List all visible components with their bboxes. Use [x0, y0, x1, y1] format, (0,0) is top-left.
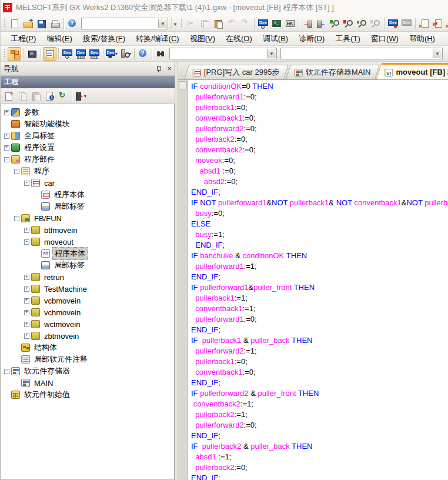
- tree-item-程序部件[interactable]: -程序部件: [1, 154, 174, 165]
- menu-item-5[interactable]: 在线(O): [220, 32, 258, 46]
- menu-item-3[interactable]: 转换/编译(C): [131, 32, 185, 46]
- expand-icon[interactable]: +: [24, 228, 29, 233]
- monitor-stop-button[interactable]: [342, 16, 355, 30]
- navigation-window-toggle-button[interactable]: [8, 47, 21, 61]
- tree-item-retrun[interactable]: +retrun: [1, 271, 174, 283]
- collapse-icon[interactable]: -: [4, 157, 9, 162]
- chevron-down-icon[interactable]: ▼: [158, 19, 167, 28]
- data-property-button[interactable]: [43, 89, 56, 103]
- tree-item-vcbmovein[interactable]: +vcbmovein: [1, 295, 174, 306]
- tree-item-参数[interactable]: +参数: [1, 106, 174, 118]
- tree-item-vchmovein[interactable]: +vchmovein: [1, 306, 174, 318]
- refresh-button[interactable]: [56, 89, 70, 103]
- device-list-button[interactable]: [74, 47, 88, 61]
- collapse-icon[interactable]: -: [24, 239, 29, 245]
- project-selector-combobox[interactable]: ▼: [81, 18, 168, 29]
- read-from-plc-button[interactable]: [315, 16, 328, 30]
- tree-item-程序[interactable]: -程序: [1, 165, 174, 177]
- cross-reference-button[interactable]: [154, 47, 168, 61]
- pin-icon[interactable]: [155, 65, 162, 72]
- paste-button[interactable]: [212, 16, 225, 30]
- menu-item-9[interactable]: 窗口(W): [366, 32, 404, 46]
- expand-icon[interactable]: +: [24, 298, 29, 304]
- project-tree[interactable]: +参数智能功能模块+全局标签+程序设置-程序部件-程序-car程序本体局部标签-…: [1, 104, 175, 480]
- tree-item-程序本体[interactable]: 程序本体: [1, 189, 174, 201]
- tree-item-程序设置[interactable]: +程序设置: [1, 142, 174, 154]
- expand-icon[interactable]: +: [4, 134, 9, 139]
- expand-icon[interactable]: +: [24, 334, 29, 339]
- page-info-icon: [45, 91, 55, 101]
- tree-item-moveout[interactable]: -moveout: [1, 236, 174, 248]
- tab-prg-car[interactable]: [PRG]写入 car 2995步: [184, 65, 289, 79]
- new-project-button[interactable]: [8, 16, 21, 30]
- collapse-icon[interactable]: -: [24, 181, 29, 186]
- tree-item-软元件存储器[interactable]: -软元件存储器: [1, 365, 174, 377]
- tree-item-局部标签[interactable]: 局部标签: [1, 259, 174, 271]
- new-data-button[interactable]: [2, 89, 16, 103]
- device-comment-button[interactable]: [61, 47, 74, 61]
- tree-item-智能功能模块[interactable]: 智能功能模块: [1, 118, 174, 130]
- menu-item-1[interactable]: 编辑(E): [41, 32, 77, 46]
- menu-item-2[interactable]: 搜索/替换(F): [78, 32, 131, 46]
- monitor-start-button[interactable]: [328, 16, 342, 30]
- menu-item-6[interactable]: 调试(B): [258, 32, 293, 46]
- chevron-down-icon[interactable]: ▼: [267, 49, 276, 58]
- help-button[interactable]: [66, 16, 79, 30]
- verify-result-button[interactable]: [444, 16, 448, 30]
- sort-device-button[interactable]: ▼: [74, 89, 88, 103]
- tree-item-局部软元件注释[interactable]: 局部软元件注释: [1, 354, 174, 365]
- expand-icon[interactable]: +: [24, 322, 29, 327]
- tree-item-car[interactable]: -car: [1, 177, 174, 189]
- online-program-change-button[interactable]: [431, 16, 444, 30]
- tree-item-MAIN[interactable]: MAIN: [1, 377, 174, 389]
- tree-item-FB/FUN[interactable]: -FB/FUN: [1, 212, 174, 224]
- collapse-icon[interactable]: -: [14, 169, 19, 174]
- tree-item-软元件初始值[interactable]: 软元件初始值: [1, 389, 174, 401]
- find-target-combobox[interactable]: ▼: [169, 48, 277, 59]
- save-project-button[interactable]: [35, 16, 48, 30]
- device-batch-button[interactable]: [88, 47, 101, 61]
- collapse-icon[interactable]: -: [14, 216, 19, 221]
- close-icon[interactable]: ×: [167, 65, 172, 72]
- write-to-plc-button[interactable]: [301, 16, 315, 30]
- tree-item-btfmovein[interactable]: +btfmovein: [1, 224, 174, 236]
- device-monitor-on-button[interactable]: [386, 16, 400, 30]
- program-convert-button[interactable]: [283, 16, 297, 30]
- tree-item-程序本体[interactable]: 程序本体: [1, 248, 174, 259]
- tree-item-wctmovein[interactable]: +wctmovein: [1, 318, 174, 330]
- toolbar-standard-overflow-button[interactable]: ▼: [171, 17, 179, 30]
- help2-button[interactable]: [136, 47, 150, 61]
- tree-item-zbtmovein[interactable]: +zbtmovein: [1, 330, 174, 342]
- expand-icon[interactable]: +: [4, 110, 9, 115]
- program-check-button[interactable]: [270, 16, 283, 30]
- expand-icon[interactable]: +: [24, 310, 29, 315]
- collapse-icon[interactable]: -: [4, 369, 9, 374]
- tree-item-TestMachine[interactable]: +TestMachine: [1, 283, 174, 295]
- work-window-button[interactable]: [43, 47, 56, 61]
- tree-item-全局标签[interactable]: +全局标签: [1, 130, 174, 142]
- menu-item-7[interactable]: 诊断(D): [293, 32, 330, 46]
- tab-moveout-fb[interactable]: moveout [FB] 程序本体: [376, 63, 448, 80]
- menu-item-0[interactable]: 工程(P): [5, 32, 41, 46]
- expand-icon[interactable]: +: [24, 275, 29, 280]
- expand-icon[interactable]: +: [24, 286, 29, 292]
- tree-item-结构体[interactable]: 结构体: [1, 342, 174, 354]
- verify-with-plc-button[interactable]: [417, 16, 431, 30]
- page-search-button[interactable]: [444, 47, 448, 61]
- menu-item-8[interactable]: 工具(T): [330, 32, 366, 46]
- open-project-button[interactable]: [21, 16, 35, 30]
- chevron-down-icon[interactable]: ▼: [433, 49, 442, 58]
- st-code-editor[interactable]: IF conditionOK=0 THEN pullerforward1:=0;…: [188, 80, 448, 480]
- menu-item-4[interactable]: 视图(V): [185, 32, 220, 46]
- device-search-button[interactable]: ▼: [119, 47, 132, 61]
- find-string-combobox[interactable]: ▼: [280, 48, 443, 59]
- device-watch-button[interactable]: ▼: [105, 47, 119, 61]
- tree-item-局部标签[interactable]: 局部标签: [1, 201, 174, 212]
- tab-device-memory-main[interactable]: 软元件存储器MAIN: [286, 65, 380, 79]
- device-comment-search-button[interactable]: [256, 16, 270, 30]
- module-configuration-button[interactable]: [25, 47, 39, 61]
- expand-icon[interactable]: +: [4, 145, 9, 151]
- watch-start-button[interactable]: [355, 16, 369, 30]
- print-button[interactable]: [48, 16, 62, 30]
- menu-item-10[interactable]: 帮助(H): [404, 32, 440, 46]
